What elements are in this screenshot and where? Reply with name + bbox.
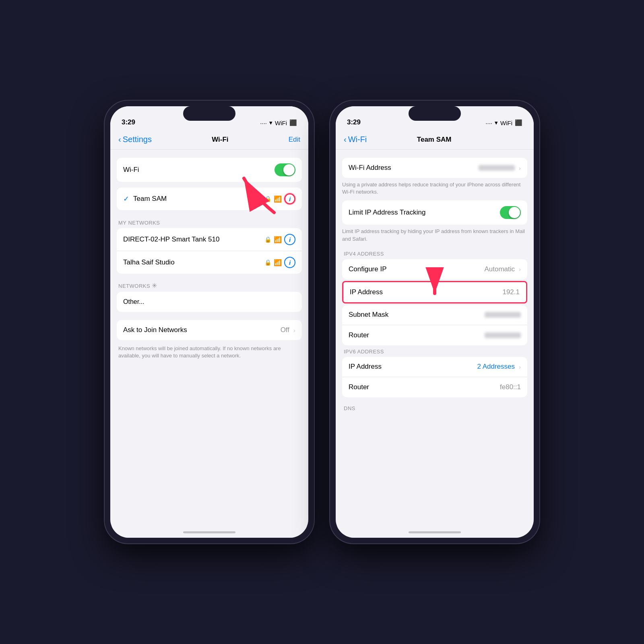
ipv4-label: IPV4 ADDRESS bbox=[336, 251, 534, 259]
ip-address-v6-label: IP Address bbox=[349, 363, 382, 371]
back-label-2: Wi-Fi bbox=[348, 135, 367, 144]
dns-label: DNS bbox=[336, 405, 534, 414]
edit-button-1[interactable]: Edit bbox=[289, 136, 300, 144]
team-sam-left: ✓ Team SAM bbox=[123, 194, 167, 203]
ipv6-section: IPV6 ADDRESS IP Address 2 Addresses › Ro… bbox=[336, 349, 534, 397]
ipv4-card: Configure IP Automatic › bbox=[342, 259, 527, 279]
my-networks-label: MY NETWORKS bbox=[110, 220, 308, 228]
configure-ip-value: Automatic › bbox=[484, 265, 521, 273]
other-label: Other... bbox=[123, 298, 144, 305]
my-networks-card: DIRECT-02-HP Smart Tank 510 🔒 📶 i Talha … bbox=[117, 228, 302, 274]
limit-ip-section: Limit IP Address Tracking Limit IP addre… bbox=[336, 200, 534, 247]
back-label-1: Settings bbox=[123, 135, 152, 144]
dynamic-island-2 bbox=[409, 106, 461, 121]
ip-address-highlight: IP Address 192.1 bbox=[342, 281, 527, 303]
ask-join-val: Off bbox=[281, 326, 289, 334]
configure-ip-val: Automatic bbox=[484, 265, 515, 273]
back-button-2[interactable]: ‹ Wi-Fi bbox=[344, 135, 367, 144]
networks-label: NETWORKS ✳ bbox=[110, 282, 308, 292]
spinner-icon: ✳ bbox=[152, 282, 157, 289]
limit-ip-label: Limit IP Address Tracking bbox=[349, 208, 426, 217]
wifi-address-label: Wi-Fi Address bbox=[349, 164, 391, 172]
wifi-card: Wi-Fi bbox=[117, 158, 302, 182]
ask-join-card: Ask to Join Networks Off › bbox=[117, 320, 302, 340]
wifi-toggle[interactable] bbox=[275, 163, 295, 176]
content-1: Wi-Fi ✓ Team SAM 🔒 📶 bbox=[110, 150, 308, 526]
ip-v6-chevron: › bbox=[519, 363, 521, 370]
phone-1: 3:29 ···· ▾ WiFi ⬛ ‹ Settings Wi-Fi Edit bbox=[105, 101, 314, 543]
wifi-label: Wi-Fi bbox=[123, 166, 139, 174]
info-button-current[interactable]: i bbox=[284, 193, 295, 204]
router-v6-value: fe80::1 bbox=[500, 383, 521, 391]
configure-ip-chevron: › bbox=[519, 266, 521, 272]
wifi-address-description: Using a private address helps reduce tra… bbox=[336, 178, 534, 200]
network-name-1: Talha Saif Studio bbox=[123, 258, 175, 266]
ask-join-row[interactable]: Ask to Join Networks Off › bbox=[117, 320, 302, 340]
wifi-icon-1b: 📶 bbox=[274, 259, 282, 266]
wifi-address-row: Wi-Fi Address › bbox=[342, 158, 527, 178]
ip-address-v6-value: 2 Addresses › bbox=[477, 363, 521, 371]
info-btn-0[interactable]: i bbox=[284, 234, 295, 245]
my-networks-section: MY NETWORKS DIRECT-02-HP Smart Tank 510 … bbox=[110, 220, 308, 274]
wifi-status-1: ▾ bbox=[269, 119, 272, 126]
content-2: Wi-Fi Address › Using a private address … bbox=[336, 150, 534, 526]
configure-ip-label: Configure IP bbox=[349, 265, 387, 273]
limit-ip-toggle[interactable] bbox=[500, 206, 521, 219]
network-row-0[interactable]: DIRECT-02-HP Smart Tank 510 🔒 📶 i bbox=[117, 228, 302, 251]
limit-ip-description: Limit IP address tracking by hiding your… bbox=[336, 225, 534, 247]
dns-section: DNS bbox=[336, 405, 534, 414]
configure-ip-row[interactable]: Configure IP Automatic › bbox=[342, 259, 527, 279]
other-row[interactable]: Other... bbox=[117, 292, 302, 312]
networks-section: NETWORKS ✳ Other... bbox=[110, 282, 308, 312]
wifi-status-2: ▾ bbox=[495, 119, 498, 126]
network-row-1[interactable]: Talha Saif Studio 🔒 📶 i bbox=[117, 251, 302, 274]
lock-icon-0: 🔒 bbox=[264, 236, 271, 243]
wifi-icon-0: 📶 bbox=[274, 236, 282, 244]
status-icons-2: ···· ▾ WiFi ⬛ bbox=[485, 119, 522, 126]
ipv6-card: IP Address 2 Addresses › Router fe80::1 bbox=[342, 357, 527, 397]
back-button-1[interactable]: ‹ Settings bbox=[118, 135, 152, 144]
home-indicator-2 bbox=[336, 526, 534, 538]
ip-address-row: IP Address 192.1 bbox=[343, 282, 526, 302]
team-sam-row[interactable]: ✓ Team SAM 🔒 📶 i bbox=[117, 188, 302, 210]
router-v6-row: Router fe80::1 bbox=[342, 377, 527, 397]
router-row: Router bbox=[342, 325, 527, 345]
wifi-toggle-row[interactable]: Wi-Fi bbox=[117, 158, 302, 182]
page-title-1: Wi-Fi bbox=[212, 136, 228, 144]
subnet-router-section: Subnet Mask Router bbox=[336, 305, 534, 345]
ask-join-section: Ask to Join Networks Off › bbox=[110, 320, 308, 340]
ip-address-v6-row[interactable]: IP Address 2 Addresses › bbox=[342, 357, 527, 377]
router-value bbox=[485, 332, 521, 338]
subnet-mask-label: Subnet Mask bbox=[349, 311, 388, 319]
router-v6-label: Router bbox=[349, 383, 369, 391]
wifi-address-section: Wi-Fi Address › Using a private address … bbox=[336, 158, 534, 200]
network-icons-1: 🔒 📶 i bbox=[264, 257, 295, 268]
wifi-icon-2: WiFi bbox=[500, 120, 512, 126]
networks-card: Other... bbox=[117, 292, 302, 312]
ip-address-v6-val: 2 Addresses bbox=[477, 363, 515, 371]
router-label: Router bbox=[349, 331, 369, 339]
status-icons-1: ···· ▾ WiFi ⬛ bbox=[260, 119, 297, 126]
signal-dots-1: ···· bbox=[260, 120, 267, 126]
nav-bar-1: ‹ Settings Wi-Fi Edit bbox=[110, 130, 308, 150]
subnet-mask-value bbox=[485, 312, 521, 318]
lock-icon-1: 🔒 bbox=[264, 259, 271, 266]
limit-ip-row[interactable]: Limit IP Address Tracking bbox=[342, 200, 527, 225]
status-time-2: 3:29 bbox=[347, 118, 361, 126]
lock-icon-current: 🔒 bbox=[264, 196, 271, 202]
phone-2: 3:29 ···· ▾ WiFi ⬛ ‹ Wi-Fi Team SAM bbox=[330, 101, 539, 543]
subnet-router-card: Subnet Mask Router bbox=[342, 305, 527, 345]
current-network-section: ✓ Team SAM 🔒 📶 i bbox=[110, 188, 308, 210]
battery-1: ⬛ bbox=[289, 119, 297, 126]
ask-join-chevron: › bbox=[293, 327, 295, 334]
status-time-1: 3:29 bbox=[122, 118, 135, 126]
network-name-current: Team SAM bbox=[133, 195, 167, 203]
nav-bar-2: ‹ Wi-Fi Team SAM bbox=[336, 130, 534, 150]
checkmark-icon: ✓ bbox=[123, 194, 129, 203]
info-btn-1[interactable]: i bbox=[284, 257, 295, 268]
network-name-0: DIRECT-02-HP Smart Tank 510 bbox=[123, 235, 219, 244]
signal-dots-2: ···· bbox=[485, 120, 492, 126]
wifi-section: Wi-Fi bbox=[110, 158, 308, 182]
back-chevron-2: ‹ bbox=[344, 135, 347, 144]
home-indicator-1 bbox=[110, 526, 308, 538]
